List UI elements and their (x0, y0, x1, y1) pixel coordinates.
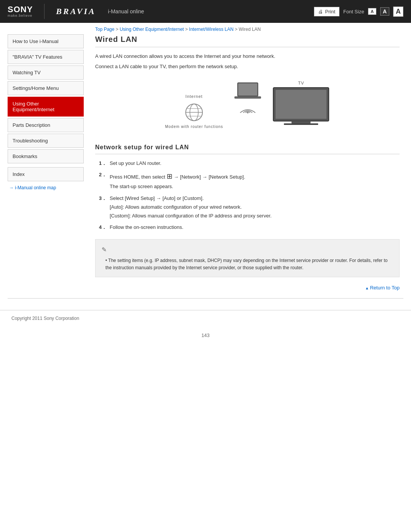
sony-logo-block: SONY make.believe (8, 5, 33, 18)
step-1: 1． Set up your LAN router. (99, 160, 400, 168)
breadcrumb: Top Page > Using Other Equipment/Interne… (95, 23, 400, 35)
breadcrumb-sep3: > (235, 27, 239, 32)
copyright-text: Copyright 2011 Sony Corporation (11, 316, 79, 321)
sony-logo: SONY (8, 5, 33, 14)
step-4: 4． Follow the on-screen instructions. (99, 224, 400, 232)
page-title: Wired LAN (95, 35, 400, 47)
internet-label: Internet (185, 94, 202, 99)
intro-text-1: A wired LAN connection allows you to acc… (95, 53, 400, 61)
main-container: How to Use i-Manual "BRAVIA" TV Features… (0, 23, 411, 298)
diagram: Internet Modem with router functions (95, 73, 400, 136)
breadcrumb-sep2: > (185, 27, 189, 32)
return-to-top[interactable]: Return to Top (95, 285, 400, 291)
sidebar-item-using-other[interactable]: Using OtherEquipment/Internet (8, 97, 84, 117)
step-3-sub1: [Auto]: Allows automatic configuration o… (110, 203, 400, 211)
svg-rect-7 (234, 96, 261, 99)
page-number: 143 (0, 326, 411, 341)
return-top-link[interactable]: Return to Top (365, 285, 400, 291)
sidebar-item-settings[interactable]: Settings/Home Menu (8, 81, 84, 95)
step-1-text: Set up your LAN router. (110, 160, 400, 168)
wifi-waves-icon (236, 102, 259, 117)
font-medium-button[interactable]: A (380, 7, 389, 16)
svg-rect-12 (284, 123, 318, 125)
font-small-button[interactable]: A (368, 8, 376, 15)
font-large-button[interactable]: A (393, 6, 403, 17)
header-controls: 🖨 Print Font Size A A A (314, 6, 403, 17)
note-text: The setting items (e.g. IP address, subn… (105, 257, 393, 272)
modem-label: Modem with router functions (165, 125, 223, 129)
sidebar-item-troubleshooting[interactable]: Troubleshooting (8, 134, 84, 148)
breadcrumb-using-other[interactable]: Using Other Equipment/Internet (119, 27, 184, 32)
step-2-text: Press HOME, then select ⊞ → [Network] → … (110, 171, 400, 191)
step-2-sub: The start-up screen appears. (110, 183, 400, 191)
step-2-num: 2． (99, 171, 107, 191)
tv-group: TV (272, 81, 330, 125)
step-3-text: Select [Wired Setup] → [Auto] or [Custom… (110, 195, 400, 220)
sidebar-item-watching-tv[interactable]: Watching TV (8, 66, 84, 80)
step-3-sub2: [Custom]: Allows manual configuration of… (110, 212, 400, 220)
laptop-wifi-group (234, 81, 261, 117)
imanual-label: i-Manual online (108, 8, 144, 14)
font-size-label: Font Size (343, 9, 364, 14)
header: SONY make.believe BRAVIA i-Manual online… (0, 0, 411, 23)
steps-list: 1． Set up your LAN router. 2． Press HOME… (99, 160, 400, 232)
tv-label: TV (298, 81, 304, 85)
intro-text-2: Connect a LAN cable to your TV, then per… (95, 63, 400, 71)
svg-rect-11 (292, 121, 311, 123)
step-3-num: 3． (99, 195, 107, 220)
globe-icon (184, 102, 204, 122)
sidebar-item-how-to-use[interactable]: How to Use i-Manual (8, 34, 84, 48)
sidebar-item-parts[interactable]: Parts Description (8, 118, 84, 132)
note-box: ✎ The setting items (e.g. IP address, su… (95, 239, 400, 277)
print-button[interactable]: 🖨 Print (314, 7, 339, 16)
tv-icon (272, 87, 330, 125)
breadcrumb-wireless-lan[interactable]: Internet/Wireless LAN (189, 27, 234, 32)
print-label: Print (325, 9, 335, 14)
step-4-text: Follow the on-screen instructions. (110, 224, 400, 232)
breadcrumb-top-page[interactable]: Top Page (95, 27, 115, 32)
diagram-modem: Internet Modem with router functions (165, 94, 223, 129)
footer: Copyright 2011 Sony Corporation (0, 310, 411, 326)
svg-rect-10 (276, 90, 327, 119)
step-3: 3． Select [Wired Setup] → [Auto] or [Cus… (99, 195, 400, 220)
step-2: 2． Press HOME, then select ⊞ → [Network]… (99, 171, 400, 191)
content-area: Top Page > Using Other Equipment/Interne… (84, 23, 411, 298)
print-icon: 🖨 (318, 9, 323, 14)
note-icon: ✎ (102, 245, 393, 255)
svg-point-8 (247, 112, 249, 113)
step-4-num: 4． (99, 224, 107, 232)
footer-divider (8, 298, 403, 299)
breadcrumb-current: Wired LAN (239, 27, 261, 32)
svg-rect-6 (238, 83, 257, 96)
step-1-num: 1． (99, 160, 107, 168)
bravia-logo-text: BRAVIA (56, 6, 96, 16)
sidebar-item-bookmarks[interactable]: Bookmarks (8, 149, 84, 163)
sidebar-item-index[interactable]: Index (8, 167, 84, 181)
section-title: Network setup for wired LAN (95, 144, 400, 154)
sidebar: How to Use i-Manual "BRAVIA" TV Features… (0, 23, 84, 298)
laptop-icon (234, 81, 261, 102)
sony-tagline: make.believe (8, 14, 33, 18)
breadcrumb-sep1: > (116, 27, 119, 32)
sidebar-item-bravia-features[interactable]: "BRAVIA" TV Features (8, 50, 84, 64)
logo-area: SONY make.believe BRAVIA i-Manual online (8, 4, 144, 19)
online-map-link[interactable]: i-Manual online map (8, 185, 84, 190)
